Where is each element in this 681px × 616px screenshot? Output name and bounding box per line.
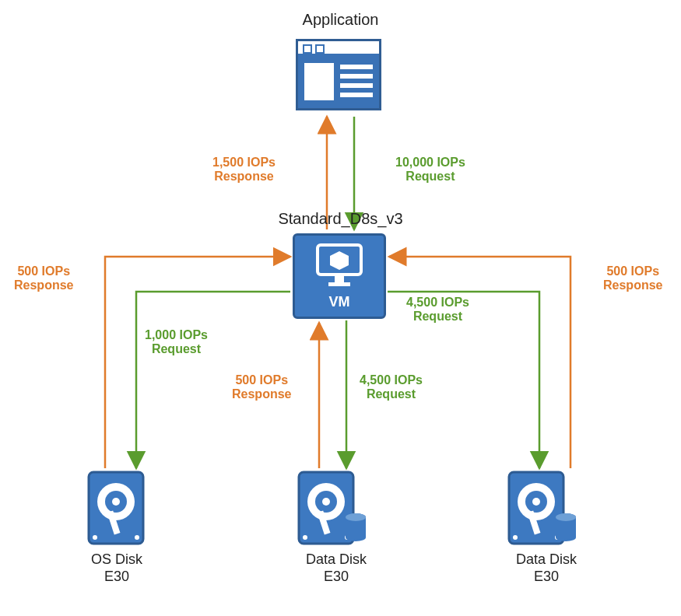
data-disk-1-title: Data Disk E30 xyxy=(274,551,398,616)
svg-point-23 xyxy=(346,534,366,541)
data-disk-2-title: Data Disk E30 xyxy=(484,551,609,616)
svg-point-12 xyxy=(93,535,97,540)
svg-rect-5 xyxy=(335,276,344,282)
svg-point-13 xyxy=(135,535,139,540)
os-disk-title: OS Disk E30 xyxy=(62,551,171,616)
svg-rect-6 xyxy=(328,282,350,286)
data-disk-2-line1: Data Disk xyxy=(516,551,577,567)
flow-app-to-vm: 10,000 IOPs Request xyxy=(395,156,465,184)
flow-vm-to-os: 1,000 IOPs Request xyxy=(145,328,208,356)
vm-node: VM xyxy=(293,233,386,319)
flow-vm-to-dd2: 4,500 IOPs Request xyxy=(406,296,469,324)
os-disk-line2: E30 xyxy=(104,569,129,584)
monitor-icon xyxy=(314,243,364,289)
svg-point-24 xyxy=(346,513,366,521)
data-disk-2-line2: E30 xyxy=(534,569,559,584)
flow-dd1-to-vm: 500 IOPs Response xyxy=(232,373,291,401)
flow-dd2-to-vm: 500 IOPs Response xyxy=(603,264,662,292)
os-disk-icon xyxy=(87,471,151,545)
application-icon xyxy=(296,39,381,110)
os-disk-line1: OS Disk xyxy=(91,551,142,567)
svg-point-17 xyxy=(322,498,330,506)
data-disk-1-line1: Data Disk xyxy=(306,551,367,567)
svg-point-10 xyxy=(112,498,120,506)
flow-vm-to-app: 1,500 IOPs Response xyxy=(212,156,276,184)
svg-point-35 xyxy=(556,513,576,521)
vm-caption: VM xyxy=(295,294,384,310)
vm-label: Standard_D8s_v3 xyxy=(278,210,402,227)
flow-vm-to-dd1: 4,500 IOPs Request xyxy=(360,373,423,401)
data-disk-2-icon xyxy=(507,471,571,545)
application-title: Application xyxy=(0,11,681,29)
svg-point-28 xyxy=(532,498,540,506)
svg-point-19 xyxy=(303,535,307,540)
svg-point-30 xyxy=(513,535,518,540)
svg-point-34 xyxy=(556,534,576,541)
data-disk-1-line2: E30 xyxy=(324,569,349,584)
vm-title: Standard_D8s_v3 xyxy=(0,210,681,228)
data-disk-1-icon xyxy=(297,471,361,545)
flow-os-to-vm: 500 IOPs Response xyxy=(14,264,73,292)
application-label: Application xyxy=(303,11,379,28)
